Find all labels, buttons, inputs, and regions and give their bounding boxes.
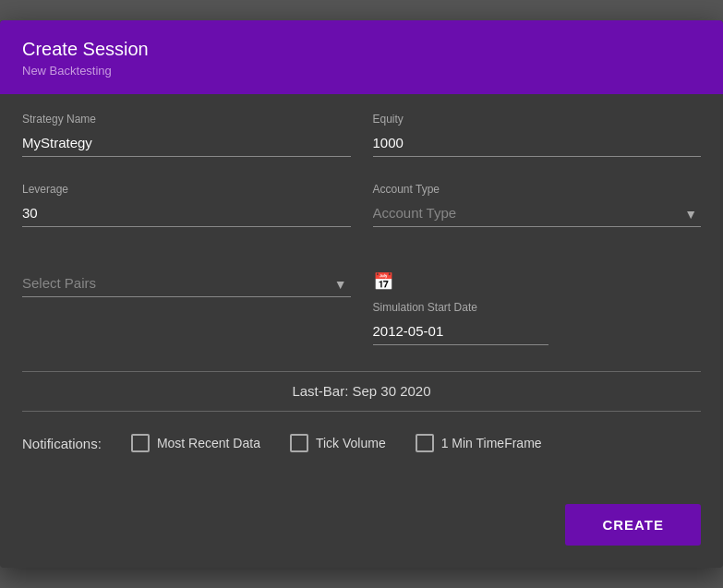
most-recent-data-label: Most Recent Data	[157, 436, 260, 450]
tick-volume-checkbox[interactable]	[290, 434, 308, 452]
create-session-dialog: Create Session New Backtesting Strategy …	[0, 20, 723, 568]
account-type-field: Account Type Account Type Hedge Netting …	[373, 183, 702, 227]
most-recent-data-checkbox-item[interactable]: Most Recent Data	[131, 434, 260, 452]
simulation-date-field: Simulation Start Date	[373, 301, 548, 345]
simulation-date-label: Simulation Start Date	[373, 301, 548, 314]
form-row-2: Leverage Account Type Account Type Hedge…	[22, 183, 701, 227]
leverage-input[interactable]	[22, 201, 351, 227]
leverage-label: Leverage	[22, 183, 351, 196]
1-min-timeframe-checkbox[interactable]	[416, 434, 434, 452]
notifications-label: Notifications:	[22, 436, 102, 451]
equity-input[interactable]	[373, 131, 702, 157]
1-min-timeframe-checkbox-item[interactable]: 1 Min TimeFrame	[416, 434, 542, 452]
account-type-label: Account Type	[373, 183, 702, 196]
equity-field: Equity	[373, 113, 702, 157]
last-bar-section: Last-Bar: Sep 30 2020	[22, 371, 701, 412]
create-button[interactable]: CREATE	[565, 504, 701, 546]
account-type-select[interactable]: Account Type Hedge Netting	[373, 201, 702, 226]
account-type-select-wrapper: Account Type Hedge Netting ▼	[373, 201, 702, 227]
tick-volume-label: Tick Volume	[316, 436, 386, 450]
dialog-footer: CREATE	[0, 504, 723, 568]
simulation-date-input[interactable]	[373, 319, 548, 345]
dialog-title: Create Session	[22, 39, 701, 60]
1-min-timeframe-label: 1 Min TimeFrame	[441, 436, 542, 450]
simulation-date-field-wrapper: 📅 Simulation Start Date	[373, 253, 702, 345]
notifications-row: Notifications: Most Recent Data Tick Vol…	[22, 434, 701, 452]
select-pairs-wrapper: Select Pairs EURUSD GBPUSD USDJPY ▼	[22, 271, 351, 297]
leverage-field: Leverage	[22, 183, 351, 227]
select-pairs-select[interactable]: Select Pairs EURUSD GBPUSD USDJPY	[22, 271, 351, 296]
calendar-icon: 📅	[373, 271, 393, 292]
select-pairs-field: Pairs Select Pairs EURUSD GBPUSD USDJPY …	[22, 253, 351, 345]
tick-volume-checkbox-item[interactable]: Tick Volume	[290, 434, 386, 452]
strategy-name-label: Strategy Name	[22, 113, 351, 126]
form-row-3: Pairs Select Pairs EURUSD GBPUSD USDJPY …	[22, 253, 701, 345]
most-recent-data-checkbox[interactable]	[131, 434, 150, 452]
dialog-subtitle: New Backtesting	[22, 64, 701, 78]
dialog-body: Strategy Name Equity Leverage Account Ty…	[0, 94, 723, 504]
dialog-header: Create Session New Backtesting	[0, 20, 723, 94]
equity-label: Equity	[373, 113, 702, 126]
strategy-name-input[interactable]	[22, 131, 351, 157]
last-bar-text: Last-Bar: Sep 30 2020	[292, 383, 430, 399]
strategy-name-field: Strategy Name	[22, 113, 351, 157]
form-row-1: Strategy Name Equity	[22, 113, 701, 157]
